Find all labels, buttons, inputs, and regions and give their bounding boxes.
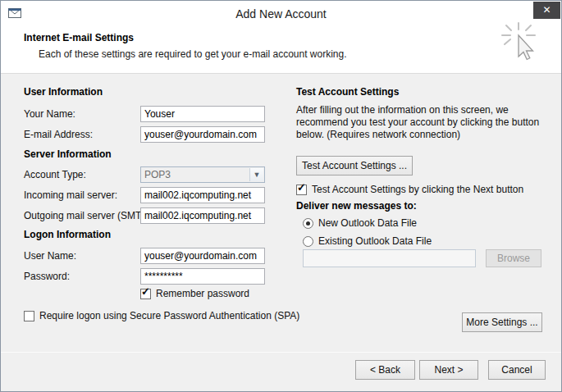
radio-circle [303,236,313,247]
email-address-label: E-mail Address: [24,129,93,140]
test-account-settings-button[interactable]: Test Account Settings ... [296,156,413,175]
account-type-dropdown: POP3 ▼ [140,166,265,183]
account-type-label: Account Type: [24,169,86,180]
incoming-server-input[interactable] [140,187,265,203]
check-icon: ✓ [141,286,150,297]
spa-checkbox[interactable]: ✓ Require logon using Secure Password Au… [24,310,299,321]
outgoing-server-label: Outgoing mail server (SMTP): [24,210,154,221]
window-title: Add New Account [1,7,561,21]
close-button[interactable]: ✕ [533,2,560,19]
logon-information-heading: Logon Information [24,229,111,240]
account-type-value: POP3 [141,167,264,182]
existing-outlook-data-file-label: Existing Outlook Data File [318,235,432,247]
wizard-header: Add New Account ✕ Internet E-mail Settin… [1,1,561,74]
data-file-path-input [303,249,476,267]
test-on-next-label: Test Account Settings by clicking the Ne… [312,184,523,195]
deliver-new-messages-heading: Deliver new messages to: [296,200,417,212]
checkbox-box: ✓ [296,185,307,195]
radio-new-outlook-data-file[interactable]: New Outlook Data File [303,217,417,229]
page-title: Internet E-mail Settings [24,32,134,43]
checkbox-box: ✓ [140,289,151,299]
user-information-heading: User Information [24,86,103,98]
add-new-account-dialog: Add New Account ✕ Internet E-mail Settin… [0,0,562,392]
incoming-server-label: Incoming mail server: [24,189,117,201]
email-address-input[interactable] [140,126,265,143]
server-information-heading: Server Information [24,148,112,160]
cancel-button[interactable]: Cancel [488,360,546,380]
check-icon: ✓ [297,182,306,193]
back-button[interactable]: < Back [355,360,415,380]
next-button[interactable]: Next > [419,360,478,380]
test-on-next-checkbox[interactable]: ✓ Test Account Settings by clicking the … [296,184,523,195]
page-subtitle: Each of these settings are required to g… [39,48,347,60]
browse-button: Browse [486,249,541,267]
password-input[interactable] [140,268,265,285]
remember-password-label: Remember password [156,288,249,299]
test-account-settings-heading: Test Account Settings [296,86,399,98]
radio-circle [303,218,313,229]
outgoing-server-input[interactable] [140,207,265,224]
your-name-input[interactable] [140,106,265,122]
remember-password-checkbox[interactable]: ✓ Remember password [140,288,249,299]
test-account-description: After filling out the information on thi… [296,104,544,141]
your-name-label: Your Name: [24,108,75,120]
spa-label: Require logon using Secure Password Auth… [39,310,299,321]
close-icon: ✕ [542,4,551,16]
more-settings-button[interactable]: More Settings ... [462,312,542,332]
chevron-down-icon: ▼ [249,168,263,181]
checkbox-box: ✓ [24,311,34,321]
radio-existing-outlook-data-file[interactable]: Existing Outlook Data File [303,235,432,247]
radio-dot-icon [306,221,310,226]
user-name-input[interactable] [140,248,265,264]
wizard-cursor-sparkle-icon [496,22,550,71]
new-outlook-data-file-label: New Outlook Data File [318,217,417,229]
password-label: Password: [24,271,70,282]
user-name-label: User Name: [24,250,76,262]
footer-divider [1,352,561,353]
